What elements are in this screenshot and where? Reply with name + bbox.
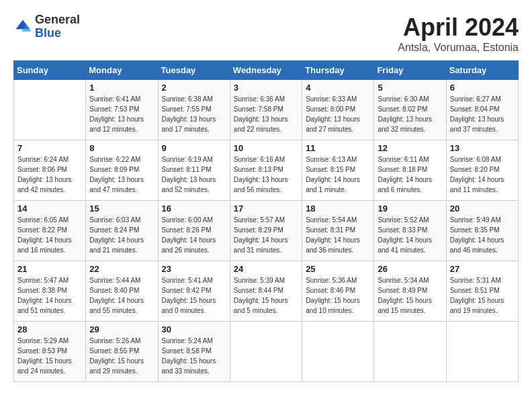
day-info: Sunrise: 6:00 AMSunset: 8:26 PMDaylight:… (162, 215, 226, 255)
day-info: Sunrise: 6:24 AMSunset: 8:06 PMDaylight:… (17, 154, 82, 195)
day-number: 10 (234, 143, 298, 153)
calendar-cell: 24Sunrise: 5:39 AMSunset: 8:44 PMDayligh… (230, 261, 302, 322)
day-number: 14 (17, 203, 82, 214)
location: Antsla, Vorumaa, Estonia (398, 42, 519, 54)
calendar-cell: 6Sunrise: 6:27 AMSunset: 8:04 PMDaylight… (446, 80, 518, 140)
calendar-cell: 12Sunrise: 6:11 AMSunset: 8:18 PMDayligh… (374, 140, 446, 201)
day-number: 15 (89, 203, 154, 214)
day-number: 24 (234, 264, 298, 274)
day-info: Sunrise: 5:47 AMSunset: 8:38 PMDaylight:… (17, 275, 82, 316)
day-info: Sunrise: 5:54 AMSunset: 8:31 PMDaylight:… (306, 215, 370, 255)
calendar-week-3: 21Sunrise: 5:47 AMSunset: 8:38 PMDayligh… (14, 261, 519, 322)
calendar-cell: 14Sunrise: 6:05 AMSunset: 8:22 PMDayligh… (14, 201, 86, 261)
day-number: 18 (306, 203, 370, 214)
calendar-week-1: 7Sunrise: 6:24 AMSunset: 8:06 PMDaylight… (14, 140, 519, 201)
logo-icon (13, 17, 32, 36)
calendar-cell: 30Sunrise: 5:24 AMSunset: 8:58 PMDayligh… (158, 322, 230, 382)
day-info: Sunrise: 6:38 AMSunset: 7:55 PMDaylight:… (162, 94, 226, 134)
day-info: Sunrise: 6:08 AMSunset: 8:20 PMDaylight:… (450, 154, 515, 195)
calendar-cell: 19Sunrise: 5:52 AMSunset: 8:33 PMDayligh… (374, 201, 446, 261)
col-header-thursday: Thursday (302, 61, 374, 80)
day-info: Sunrise: 6:05 AMSunset: 8:22 PMDaylight:… (17, 215, 82, 255)
day-info: Sunrise: 5:41 AMSunset: 8:42 PMDaylight:… (162, 275, 226, 316)
col-header-tuesday: Tuesday (158, 61, 230, 80)
day-number: 1 (89, 83, 154, 93)
day-info: Sunrise: 6:41 AMSunset: 7:53 PMDaylight:… (89, 94, 154, 134)
calendar-cell: 21Sunrise: 5:47 AMSunset: 8:38 PMDayligh… (14, 261, 86, 322)
day-info: Sunrise: 6:36 AMSunset: 7:58 PMDaylight:… (234, 94, 298, 134)
day-number: 25 (306, 264, 370, 274)
day-number: 2 (162, 83, 226, 93)
calendar-week-4: 28Sunrise: 5:29 AMSunset: 8:53 PMDayligh… (14, 322, 519, 382)
calendar-cell: 9Sunrise: 6:19 AMSunset: 8:11 PMDaylight… (158, 140, 230, 201)
calendar-cell: 5Sunrise: 6:30 AMSunset: 8:02 PMDaylight… (374, 80, 446, 140)
calendar-cell: 1Sunrise: 6:41 AMSunset: 7:53 PMDaylight… (86, 80, 158, 140)
calendar-week-0: 1Sunrise: 6:41 AMSunset: 7:53 PMDaylight… (14, 80, 519, 140)
col-header-friday: Friday (374, 61, 446, 80)
logo-text: General Blue (35, 13, 80, 40)
day-info: Sunrise: 6:30 AMSunset: 8:02 PMDaylight:… (378, 94, 442, 134)
calendar-cell: 23Sunrise: 5:41 AMSunset: 8:42 PMDayligh… (158, 261, 230, 322)
day-number: 11 (306, 143, 370, 153)
calendar-cell (446, 322, 518, 382)
day-info: Sunrise: 5:26 AMSunset: 8:55 PMDaylight:… (89, 336, 154, 376)
day-number: 22 (89, 264, 154, 274)
page-header: General Blue April 2024 Antsla, Vorumaa,… (13, 13, 519, 54)
day-number: 30 (162, 324, 226, 334)
calendar-cell (302, 322, 374, 382)
day-number: 19 (378, 203, 442, 214)
day-info: Sunrise: 6:19 AMSunset: 8:11 PMDaylight:… (162, 154, 226, 195)
day-info: Sunrise: 5:31 AMSunset: 8:51 PMDaylight:… (450, 275, 515, 316)
calendar-table: SundayMondayTuesdayWednesdayThursdayFrid… (13, 60, 519, 382)
calendar-cell: 18Sunrise: 5:54 AMSunset: 8:31 PMDayligh… (302, 201, 374, 261)
day-info: Sunrise: 6:16 AMSunset: 8:13 PMDaylight:… (234, 154, 298, 195)
col-header-monday: Monday (86, 61, 158, 80)
day-number: 3 (234, 83, 298, 93)
calendar-cell: 4Sunrise: 6:33 AMSunset: 8:00 PMDaylight… (302, 80, 374, 140)
day-number: 16 (162, 203, 226, 214)
title-block: April 2024 Antsla, Vorumaa, Estonia (398, 13, 519, 54)
col-header-sunday: Sunday (14, 61, 86, 80)
day-info: Sunrise: 5:39 AMSunset: 8:44 PMDaylight:… (234, 275, 298, 316)
calendar-cell: 26Sunrise: 5:34 AMSunset: 8:49 PMDayligh… (374, 261, 446, 322)
day-info: Sunrise: 5:24 AMSunset: 8:58 PMDaylight:… (162, 336, 226, 376)
day-info: Sunrise: 6:22 AMSunset: 8:09 PMDaylight:… (89, 154, 154, 195)
calendar-cell: 20Sunrise: 5:49 AMSunset: 8:35 PMDayligh… (446, 201, 518, 261)
logo: General Blue (13, 13, 80, 40)
day-info: Sunrise: 5:57 AMSunset: 8:29 PMDaylight:… (234, 215, 298, 255)
calendar-cell: 7Sunrise: 6:24 AMSunset: 8:06 PMDaylight… (14, 140, 86, 201)
calendar-cell: 28Sunrise: 5:29 AMSunset: 8:53 PMDayligh… (14, 322, 86, 382)
day-number: 27 (450, 264, 515, 274)
day-number: 29 (89, 324, 154, 334)
day-number: 21 (17, 264, 82, 274)
calendar-cell: 3Sunrise: 6:36 AMSunset: 7:58 PMDaylight… (230, 80, 302, 140)
calendar-cell (14, 80, 86, 140)
col-header-saturday: Saturday (446, 61, 518, 80)
calendar-cell: 25Sunrise: 5:36 AMSunset: 8:46 PMDayligh… (302, 261, 374, 322)
day-info: Sunrise: 6:11 AMSunset: 8:18 PMDaylight:… (378, 154, 442, 195)
calendar-cell: 11Sunrise: 6:13 AMSunset: 8:15 PMDayligh… (302, 140, 374, 201)
day-number: 13 (450, 143, 515, 153)
calendar-cell: 17Sunrise: 5:57 AMSunset: 8:29 PMDayligh… (230, 201, 302, 261)
col-header-wednesday: Wednesday (230, 61, 302, 80)
calendar-week-2: 14Sunrise: 6:05 AMSunset: 8:22 PMDayligh… (14, 201, 519, 261)
calendar-cell: 13Sunrise: 6:08 AMSunset: 8:20 PMDayligh… (446, 140, 518, 201)
day-info: Sunrise: 5:29 AMSunset: 8:53 PMDaylight:… (17, 336, 82, 376)
calendar-cell: 22Sunrise: 5:44 AMSunset: 8:40 PMDayligh… (86, 261, 158, 322)
day-info: Sunrise: 5:49 AMSunset: 8:35 PMDaylight:… (450, 215, 515, 255)
day-info: Sunrise: 5:34 AMSunset: 8:49 PMDaylight:… (378, 275, 442, 316)
calendar-cell (374, 322, 446, 382)
month-title: April 2024 (398, 13, 519, 42)
calendar-cell: 15Sunrise: 6:03 AMSunset: 8:24 PMDayligh… (86, 201, 158, 261)
day-number: 20 (450, 203, 515, 214)
logo-blue: Blue (35, 27, 80, 40)
day-info: Sunrise: 6:03 AMSunset: 8:24 PMDaylight:… (89, 215, 154, 255)
logo-general: General (35, 13, 80, 27)
day-number: 28 (17, 324, 82, 334)
day-info: Sunrise: 6:33 AMSunset: 8:00 PMDaylight:… (306, 94, 370, 134)
day-info: Sunrise: 5:52 AMSunset: 8:33 PMDaylight:… (378, 215, 442, 255)
day-number: 17 (234, 203, 298, 214)
day-number: 26 (378, 264, 442, 274)
calendar-cell: 8Sunrise: 6:22 AMSunset: 8:09 PMDaylight… (86, 140, 158, 201)
calendar-cell: 27Sunrise: 5:31 AMSunset: 8:51 PMDayligh… (446, 261, 518, 322)
